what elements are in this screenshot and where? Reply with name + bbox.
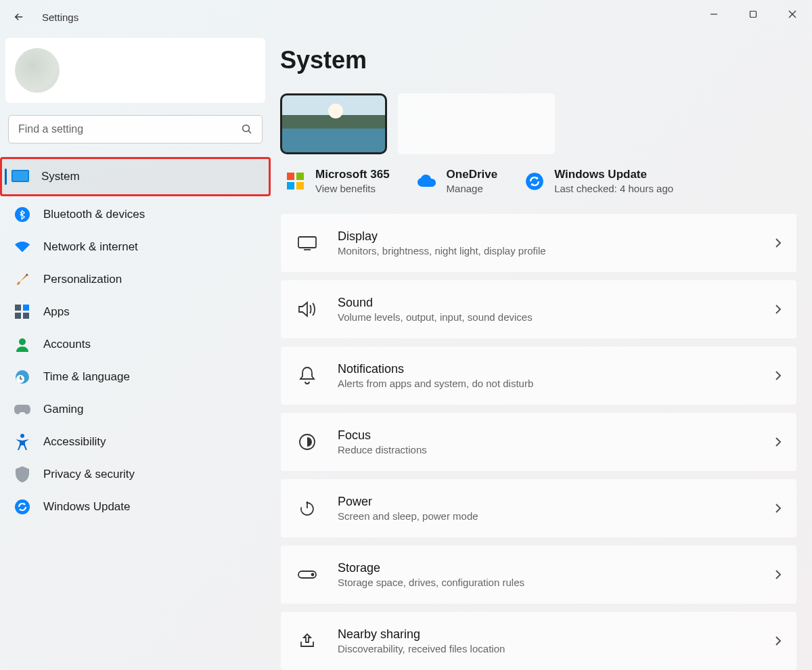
back-button[interactable] xyxy=(12,10,26,24)
settings-item-nearby[interactable]: Nearby sharing Discoverability, received… xyxy=(280,611,797,670)
service-update[interactable]: Windows Update Last checked: 4 hours ago xyxy=(524,168,673,194)
chevron-right-icon xyxy=(775,635,782,646)
clock-globe-icon xyxy=(14,368,31,386)
sidebar-item-system[interactable]: System xyxy=(0,157,271,196)
chevron-right-icon xyxy=(775,238,782,248)
focus-icon xyxy=(296,430,319,453)
sidebar-item-label: Windows Update xyxy=(43,500,131,514)
settings-item-title: Display xyxy=(338,229,775,244)
sidebar-item-update[interactable]: Windows Update xyxy=(4,491,267,522)
settings-item-power[interactable]: Power Screen and sleep, power mode xyxy=(280,478,797,538)
settings-item-sound[interactable]: Sound Volume levels, output, input, soun… xyxy=(280,280,797,339)
sidebar-item-label: System xyxy=(41,170,80,183)
svg-rect-21 xyxy=(296,182,304,189)
sidebar-item-accessibility[interactable]: Accessibility xyxy=(4,426,267,457)
svg-rect-9 xyxy=(15,305,21,311)
sidebar-item-time[interactable]: Time & language xyxy=(4,361,267,393)
sidebar-item-bluetooth[interactable]: Bluetooth & devices xyxy=(4,199,267,230)
avatar xyxy=(15,48,60,93)
apps-icon xyxy=(14,303,31,321)
svg-point-29 xyxy=(312,574,314,576)
sidebar-item-accounts[interactable]: Accounts xyxy=(4,329,267,360)
close-button[interactable] xyxy=(773,0,812,28)
chevron-right-icon xyxy=(775,370,782,381)
settings-item-sub: Monitors, brightness, night light, displ… xyxy=(338,245,775,256)
page-title: System xyxy=(280,46,797,74)
search-wrap xyxy=(8,115,263,143)
app-title: Settings xyxy=(42,12,78,23)
settings-list: Display Monitors, brightness, night ligh… xyxy=(280,213,797,670)
service-sub: Last checked: 4 hours ago xyxy=(554,183,673,194)
svg-point-17 xyxy=(15,499,30,514)
settings-item-display[interactable]: Display Monitors, brightness, night ligh… xyxy=(280,213,797,273)
svg-rect-7 xyxy=(13,171,28,181)
service-onedrive[interactable]: OneDrive Manage xyxy=(417,168,498,194)
power-icon xyxy=(296,497,319,520)
sidebar-item-label: Time & language xyxy=(43,370,130,384)
arrow-left-icon xyxy=(13,11,25,23)
chevron-right-icon xyxy=(775,569,782,580)
sidebar-item-label: Gaming xyxy=(43,403,84,416)
sidebar-item-personalization[interactable]: Personalization xyxy=(4,264,267,295)
maximize-button[interactable] xyxy=(734,0,773,28)
sidebar: System Bluetooth & devices Network & int… xyxy=(0,34,271,670)
service-m365[interactable]: Microsoft 365 View benefits xyxy=(286,168,390,194)
chevron-right-icon xyxy=(775,503,782,514)
chevron-right-icon xyxy=(775,304,782,315)
svg-rect-12 xyxy=(23,313,29,319)
bluetooth-icon xyxy=(14,206,31,223)
device-thumbnail[interactable] xyxy=(280,93,387,154)
gamepad-icon xyxy=(14,401,31,418)
search-input[interactable] xyxy=(8,115,263,143)
sidebar-item-apps[interactable]: Apps xyxy=(4,296,267,328)
settings-item-sub: Screen and sleep, power mode xyxy=(338,510,775,522)
service-sub: Manage xyxy=(447,183,498,194)
sidebar-item-label: Apps xyxy=(43,305,70,319)
svg-rect-20 xyxy=(287,182,294,189)
settings-item-sub: Alerts from apps and system, do not dist… xyxy=(338,378,775,389)
settings-item-sub: Reduce distractions xyxy=(338,444,775,455)
search-icon xyxy=(241,123,253,135)
svg-point-13 xyxy=(19,338,26,345)
update-icon xyxy=(524,171,545,192)
share-icon xyxy=(296,629,319,652)
settings-item-focus[interactable]: Focus Reduce distractions xyxy=(280,412,797,472)
sidebar-item-network[interactable]: Network & internet xyxy=(4,231,267,263)
services-row: Microsoft 365 View benefits OneDrive Man… xyxy=(280,168,797,194)
settings-item-title: Nearby sharing xyxy=(338,627,775,642)
sidebar-item-label: Privacy & security xyxy=(43,468,135,481)
settings-item-sub: Storage space, drives, configuration rul… xyxy=(338,577,775,588)
settings-item-title: Sound xyxy=(338,296,775,310)
settings-item-notifications[interactable]: Notifications Alerts from apps and syste… xyxy=(280,346,797,405)
onedrive-icon xyxy=(417,171,437,192)
svg-point-22 xyxy=(526,173,543,190)
update-icon xyxy=(14,498,31,516)
svg-rect-18 xyxy=(287,173,294,180)
sidebar-item-label: Personalization xyxy=(43,273,122,286)
settings-item-sub: Volume levels, output, input, sound devi… xyxy=(338,311,775,323)
device-info-card[interactable] xyxy=(398,93,555,154)
titlebar: Settings xyxy=(0,0,812,34)
shield-icon xyxy=(14,466,31,483)
sidebar-item-gaming[interactable]: Gaming xyxy=(4,394,267,425)
minimize-button[interactable] xyxy=(694,0,734,28)
close-icon xyxy=(788,10,796,18)
hero-row xyxy=(280,93,797,154)
minimize-icon xyxy=(710,10,718,18)
sidebar-item-privacy[interactable]: Privacy & security xyxy=(4,459,267,490)
svg-line-5 xyxy=(248,131,251,133)
nav-list: System Bluetooth & devices Network & int… xyxy=(0,157,271,522)
main-content: System Microsoft 365 View benefits xyxy=(271,34,812,670)
settings-item-storage[interactable]: Storage Storage space, drives, configura… xyxy=(280,545,797,604)
svg-rect-1 xyxy=(750,12,757,18)
sidebar-item-label: Accounts xyxy=(43,338,91,351)
account-card[interactable] xyxy=(5,38,265,103)
service-title: Microsoft 365 xyxy=(315,168,390,181)
chevron-right-icon xyxy=(775,437,782,447)
service-title: Windows Update xyxy=(554,168,673,181)
accessibility-icon xyxy=(14,433,31,451)
settings-item-title: Power xyxy=(338,495,775,509)
wifi-icon xyxy=(14,238,31,256)
display-icon xyxy=(296,231,319,254)
service-sub: View benefits xyxy=(315,183,390,194)
